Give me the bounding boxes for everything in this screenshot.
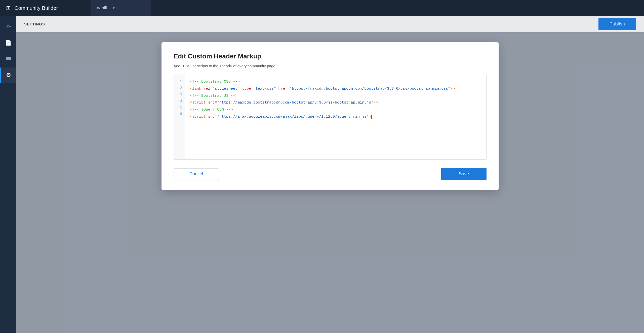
svg-rect-0 bbox=[6, 59, 11, 60]
sidebar-item-pages[interactable]: 📄 bbox=[0, 35, 16, 50]
code-textarea[interactable]: <!-- Bootstrap CSS --> <link rel="styles… bbox=[185, 74, 486, 159]
main-content: Edit Custom Header Markup Add HTML or sc… bbox=[16, 32, 644, 333]
sidebar: ✏ 📄 ⚙ bbox=[0, 16, 16, 333]
app-title: Community Builder bbox=[15, 5, 58, 11]
svg-rect-2 bbox=[6, 57, 11, 58]
save-button[interactable]: Save bbox=[441, 168, 487, 180]
sidebar-item-components[interactable] bbox=[0, 51, 16, 66]
line-numbers: 1 2 3 4 5 6 bbox=[174, 74, 185, 159]
modal-footer: Cancel Save bbox=[174, 168, 487, 180]
publish-button[interactable]: Publish bbox=[598, 18, 636, 30]
svg-rect-1 bbox=[6, 58, 11, 59]
settings-title: SETTINGS bbox=[24, 22, 45, 26]
grid-icon: ⊞ bbox=[6, 5, 11, 11]
edit-icon: ✏ bbox=[6, 23, 11, 30]
sidebar-item-settings[interactable]: ⚙ bbox=[0, 68, 16, 83]
sidebar-item-edit[interactable]: ✏ bbox=[0, 19, 16, 34]
logo-area: ⊞ Community Builder bbox=[0, 5, 91, 11]
modal-dialog: Edit Custom Header Markup Add HTML or sc… bbox=[162, 42, 499, 190]
gear-icon: ⚙ bbox=[6, 72, 11, 78]
theme-dropdown[interactable]: napili ▼ bbox=[91, 0, 151, 16]
settings-header: SETTINGS Publish bbox=[16, 16, 644, 32]
modal-title: Edit Custom Header Markup bbox=[174, 52, 487, 60]
code-editor[interactable]: 1 2 3 4 5 6 <!-- Bootstrap CSS --> <link… bbox=[174, 74, 487, 160]
modal-overlay: Edit Custom Header Markup Add HTML or sc… bbox=[16, 32, 644, 333]
pages-icon: 📄 bbox=[5, 40, 12, 46]
layers-icon bbox=[6, 56, 11, 62]
theme-dropdown-value: napili bbox=[97, 6, 107, 11]
top-nav: ⊞ Community Builder napili ▼ bbox=[0, 0, 644, 16]
modal-subtitle: Add HTML or scripts to the <head> of eve… bbox=[174, 64, 487, 68]
chevron-down-icon: ▼ bbox=[112, 6, 115, 10]
cancel-button[interactable]: Cancel bbox=[174, 168, 219, 180]
